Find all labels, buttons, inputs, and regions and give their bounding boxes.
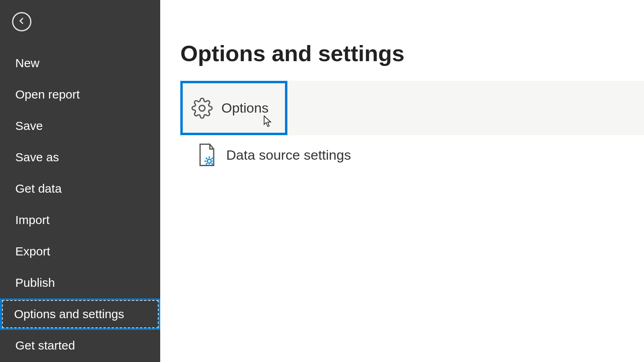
sidebar-item-save[interactable]: Save — [0, 110, 160, 142]
svg-point-1 — [207, 159, 211, 163]
sidebar-item-open-report[interactable]: Open report — [0, 79, 160, 110]
sidebar-item-label: Publish — [15, 276, 55, 289]
options-row: Options — [180, 81, 644, 135]
sidebar-item-new[interactable]: New — [0, 47, 160, 79]
file-sidebar: New Open report Save Save as Get data Im… — [0, 0, 160, 362]
sidebar-item-label: Export — [15, 245, 50, 258]
gear-icon — [190, 97, 214, 119]
sidebar-item-save-as[interactable]: Save as — [0, 142, 160, 173]
back-button[interactable] — [12, 12, 31, 31]
svg-line-6 — [206, 158, 207, 159]
cursor-icon — [263, 115, 272, 129]
sidebar-item-get-started[interactable]: Get started — [0, 330, 160, 361]
sidebar-item-label: Options and settings — [14, 307, 124, 321]
app-root: New Open report Save Save as Get data Im… — [0, 0, 644, 362]
sidebar-item-export[interactable]: Export — [0, 236, 160, 267]
sidebar-item-label: Save — [15, 119, 43, 132]
sidebar-item-label: Get data — [15, 182, 62, 195]
sidebar-item-label: Get started — [15, 339, 75, 352]
page-title: Options and settings — [180, 40, 644, 66]
sidebar-item-label: Save as — [15, 150, 59, 164]
svg-line-9 — [211, 158, 213, 159]
svg-point-0 — [199, 105, 205, 111]
back-arrow-icon — [17, 16, 27, 27]
data-source-settings-button[interactable]: Data source settings — [180, 135, 644, 167]
sidebar-item-import[interactable]: Import — [0, 204, 160, 236]
svg-line-7 — [211, 163, 213, 165]
sidebar-item-label: New — [15, 56, 39, 70]
sidebar-item-label: Open report — [15, 88, 80, 101]
document-gear-icon — [195, 143, 219, 167]
sidebar-item-options-and-settings[interactable]: Options and settings — [0, 298, 160, 330]
sidebar-item-label: Import — [15, 213, 50, 226]
svg-line-8 — [206, 163, 207, 165]
options-button[interactable]: Options — [180, 81, 287, 135]
sidebar-item-get-data[interactable]: Get data — [0, 173, 160, 204]
data-source-settings-label: Data source settings — [226, 147, 351, 163]
options-row-background — [287, 81, 644, 135]
options-label: Options — [221, 100, 268, 116]
content-pane: Options and settings Options — [160, 0, 644, 362]
sidebar-item-publish[interactable]: Publish — [0, 267, 160, 298]
